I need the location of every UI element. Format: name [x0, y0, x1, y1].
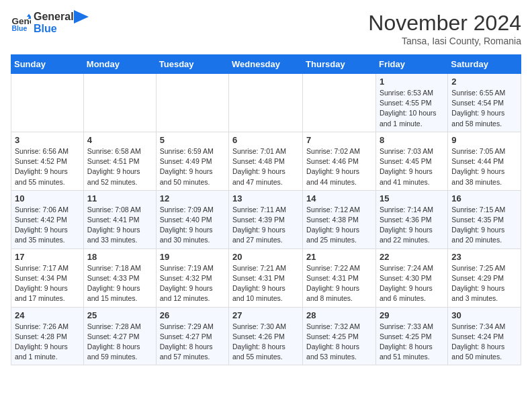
header-day: Tuesday [156, 55, 228, 74]
calendar-row: 24Sunrise: 7:26 AM Sunset: 4:28 PM Dayli… [11, 307, 521, 365]
header-day: Friday [375, 55, 447, 74]
day-info: Sunrise: 7:34 AM Sunset: 4:24 PM Dayligh… [451, 322, 517, 363]
calendar-cell: 29Sunrise: 7:33 AM Sunset: 4:25 PM Dayli… [375, 307, 447, 365]
calendar-cell: 22Sunrise: 7:24 AM Sunset: 4:30 PM Dayli… [375, 248, 447, 307]
day-number: 1 [380, 77, 444, 87]
calendar-cell: 10Sunrise: 7:06 AM Sunset: 4:42 PM Dayli… [11, 190, 84, 248]
calendar-cell: 8Sunrise: 7:03 AM Sunset: 4:45 PM Daylig… [375, 132, 447, 190]
svg-text:Blue: Blue [12, 24, 28, 32]
day-number: 6 [232, 135, 299, 145]
day-number: 20 [232, 252, 299, 262]
calendar-cell: 13Sunrise: 7:11 AM Sunset: 4:39 PM Dayli… [229, 190, 303, 248]
calendar-cell: 7Sunrise: 7:02 AM Sunset: 4:46 PM Daylig… [303, 132, 376, 190]
day-info: Sunrise: 7:02 AM Sunset: 4:46 PM Dayligh… [306, 146, 372, 187]
calendar-cell: 1Sunrise: 6:53 AM Sunset: 4:55 PM Daylig… [375, 74, 447, 132]
day-number: 4 [87, 135, 152, 145]
logo-icon: General Blue [11, 13, 31, 33]
day-number: 14 [306, 193, 372, 203]
day-info: Sunrise: 7:06 AM Sunset: 4:42 PM Dayligh… [15, 205, 80, 246]
day-info: Sunrise: 6:53 AM Sunset: 4:55 PM Dayligh… [380, 88, 444, 129]
day-number: 17 [15, 252, 80, 262]
calendar-cell: 5Sunrise: 6:59 AM Sunset: 4:49 PM Daylig… [156, 132, 228, 190]
location: Tansa, Iasi County, Romania [368, 36, 521, 46]
calendar-cell: 16Sunrise: 7:15 AM Sunset: 4:35 PM Dayli… [448, 190, 521, 248]
calendar-row: 1Sunrise: 6:53 AM Sunset: 4:55 PM Daylig… [11, 74, 521, 132]
calendar-cell: 28Sunrise: 7:32 AM Sunset: 4:25 PM Dayli… [303, 307, 376, 365]
day-info: Sunrise: 7:05 AM Sunset: 4:44 PM Dayligh… [451, 146, 517, 187]
title-block: November 2024 Tansa, Iasi County, Romani… [368, 11, 521, 46]
calendar-cell: 30Sunrise: 7:34 AM Sunset: 4:24 PM Dayli… [448, 307, 521, 365]
day-info: Sunrise: 7:14 AM Sunset: 4:36 PM Dayligh… [380, 205, 444, 246]
day-info: Sunrise: 7:33 AM Sunset: 4:25 PM Dayligh… [380, 322, 444, 363]
header: General Blue General Blue November 2024 … [11, 11, 521, 46]
calendar-cell [229, 74, 303, 132]
main-container: General Blue General Blue November 2024 … [0, 0, 532, 372]
day-info: Sunrise: 7:29 AM Sunset: 4:27 PM Dayligh… [160, 322, 225, 363]
day-info: Sunrise: 7:26 AM Sunset: 4:28 PM Dayligh… [15, 322, 80, 363]
calendar-cell [303, 74, 376, 132]
day-info: Sunrise: 7:19 AM Sunset: 4:32 PM Dayligh… [160, 263, 225, 304]
header-day: Sunday [11, 55, 84, 74]
day-number: 3 [15, 135, 80, 145]
calendar-cell: 14Sunrise: 7:12 AM Sunset: 4:38 PM Dayli… [303, 190, 376, 248]
calendar-cell: 6Sunrise: 7:01 AM Sunset: 4:48 PM Daylig… [229, 132, 303, 190]
calendar-row: 3Sunrise: 6:56 AM Sunset: 4:52 PM Daylig… [11, 132, 521, 190]
day-number: 9 [451, 135, 517, 145]
day-info: Sunrise: 7:11 AM Sunset: 4:39 PM Dayligh… [232, 205, 299, 246]
header-day: Monday [83, 55, 156, 74]
day-number: 29 [380, 310, 444, 320]
calendar-cell: 23Sunrise: 7:25 AM Sunset: 4:29 PM Dayli… [448, 248, 521, 307]
day-info: Sunrise: 7:12 AM Sunset: 4:38 PM Dayligh… [306, 205, 372, 246]
calendar-cell: 21Sunrise: 7:22 AM Sunset: 4:31 PM Dayli… [303, 248, 376, 307]
day-info: Sunrise: 7:24 AM Sunset: 4:30 PM Dayligh… [380, 263, 444, 304]
logo-arrow-icon [74, 10, 89, 29]
header-day: Thursday [303, 55, 376, 74]
day-info: Sunrise: 7:03 AM Sunset: 4:45 PM Dayligh… [380, 146, 444, 187]
header-day: Wednesday [229, 55, 303, 74]
day-info: Sunrise: 6:58 AM Sunset: 4:51 PM Dayligh… [87, 146, 152, 187]
calendar-cell: 2Sunrise: 6:55 AM Sunset: 4:54 PM Daylig… [448, 74, 521, 132]
day-info: Sunrise: 7:01 AM Sunset: 4:48 PM Dayligh… [232, 146, 299, 187]
calendar-cell [156, 74, 228, 132]
calendar-cell: 26Sunrise: 7:29 AM Sunset: 4:27 PM Dayli… [156, 307, 228, 365]
day-number: 18 [87, 252, 152, 262]
day-info: Sunrise: 6:56 AM Sunset: 4:52 PM Dayligh… [15, 146, 80, 187]
day-info: Sunrise: 7:30 AM Sunset: 4:26 PM Dayligh… [232, 322, 299, 363]
day-number: 10 [15, 193, 80, 203]
logo-general: General [34, 11, 74, 23]
day-number: 8 [380, 135, 444, 145]
day-number: 22 [380, 252, 444, 262]
calendar-cell: 27Sunrise: 7:30 AM Sunset: 4:26 PM Dayli… [229, 307, 303, 365]
calendar-cell [11, 74, 84, 132]
day-number: 27 [232, 310, 299, 320]
calendar-cell: 24Sunrise: 7:26 AM Sunset: 4:28 PM Dayli… [11, 307, 84, 365]
day-info: Sunrise: 7:25 AM Sunset: 4:29 PM Dayligh… [451, 263, 517, 304]
calendar-row: 10Sunrise: 7:06 AM Sunset: 4:42 PM Dayli… [11, 190, 521, 248]
day-info: Sunrise: 6:59 AM Sunset: 4:49 PM Dayligh… [160, 146, 225, 187]
calendar-cell: 20Sunrise: 7:21 AM Sunset: 4:31 PM Dayli… [229, 248, 303, 307]
calendar-cell: 17Sunrise: 7:17 AM Sunset: 4:34 PM Dayli… [11, 248, 84, 307]
day-number: 13 [232, 193, 299, 203]
header-day: Saturday [448, 55, 521, 74]
day-number: 15 [380, 193, 444, 203]
day-info: Sunrise: 7:18 AM Sunset: 4:33 PM Dayligh… [87, 263, 152, 304]
day-number: 11 [87, 193, 152, 203]
calendar-cell: 11Sunrise: 7:08 AM Sunset: 4:41 PM Dayli… [83, 190, 156, 248]
day-info: Sunrise: 6:55 AM Sunset: 4:54 PM Dayligh… [451, 88, 517, 129]
day-info: Sunrise: 7:17 AM Sunset: 4:34 PM Dayligh… [15, 263, 80, 304]
day-info: Sunrise: 7:09 AM Sunset: 4:40 PM Dayligh… [160, 205, 225, 246]
day-info: Sunrise: 7:28 AM Sunset: 4:27 PM Dayligh… [87, 322, 152, 363]
calendar-cell: 18Sunrise: 7:18 AM Sunset: 4:33 PM Dayli… [83, 248, 156, 307]
day-info: Sunrise: 7:32 AM Sunset: 4:25 PM Dayligh… [306, 322, 372, 363]
day-number: 12 [160, 193, 225, 203]
day-info: Sunrise: 7:22 AM Sunset: 4:31 PM Dayligh… [306, 263, 372, 304]
day-number: 19 [160, 252, 225, 262]
calendar-cell: 4Sunrise: 6:58 AM Sunset: 4:51 PM Daylig… [83, 132, 156, 190]
calendar-cell: 12Sunrise: 7:09 AM Sunset: 4:40 PM Dayli… [156, 190, 228, 248]
day-number: 28 [306, 310, 372, 320]
svg-marker-4 [74, 10, 89, 24]
calendar-cell: 9Sunrise: 7:05 AM Sunset: 4:44 PM Daylig… [448, 132, 521, 190]
calendar-cell: 25Sunrise: 7:28 AM Sunset: 4:27 PM Dayli… [83, 307, 156, 365]
day-number: 7 [306, 135, 372, 145]
logo: General Blue General Blue [11, 11, 89, 34]
